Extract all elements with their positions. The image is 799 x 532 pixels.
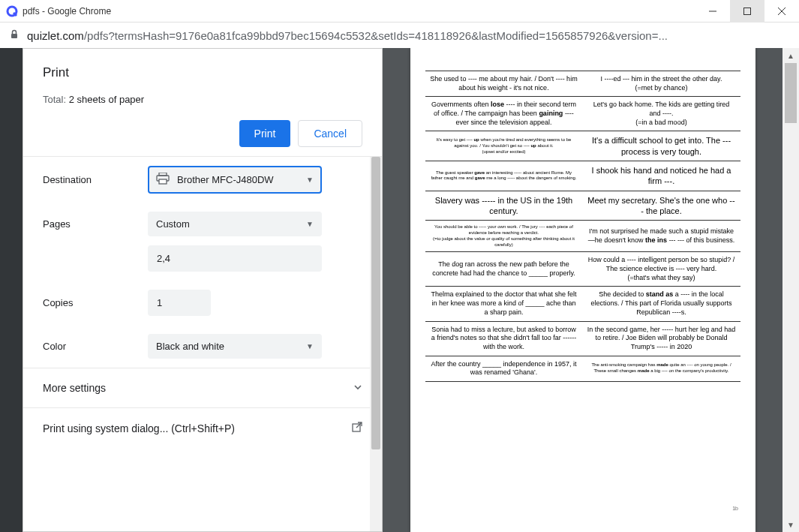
card-term: After the country _____ independence in … — [425, 356, 583, 381]
card-term: I'm not surprised he made such a stupid … — [583, 221, 740, 252]
page-footer: 1b — [732, 506, 738, 511]
lock-icon — [9, 29, 20, 42]
color-label: Color — [43, 341, 148, 352]
window-controls — [695, 0, 799, 23]
card-term: You should be able to ----- your own wor… — [425, 221, 583, 252]
system-dialog-link[interactable]: Print using system dialog... (Ctrl+Shift… — [23, 407, 382, 448]
pages-mode-value: Custom — [156, 218, 190, 230]
scrollbar-thumb[interactable] — [371, 157, 380, 449]
card-term: The anti-smoking campaign has made quite… — [583, 356, 740, 381]
card-term: Governments often lose ---- in their sec… — [425, 97, 583, 131]
card-term: The dog ran across the new path before t… — [425, 252, 583, 287]
window-title: pdfs - Google Chrome — [23, 6, 695, 17]
more-settings-toggle[interactable]: More settings — [23, 368, 382, 407]
pages-mode-select[interactable]: Custom ▼ — [148, 212, 322, 236]
card-term: I shook his hand and noticed he had a fi… — [583, 161, 740, 191]
chevron-down-icon — [353, 382, 362, 394]
chevron-down-icon: ▼ — [306, 176, 314, 184]
card-term: Slavery was ----- in the US in the 19th … — [425, 191, 583, 221]
scroll-up-button[interactable]: ▲ — [782, 48, 799, 63]
print-button[interactable]: Print — [239, 120, 291, 147]
pages-input[interactable] — [148, 245, 322, 272]
card-term: It's a difficult school to get into. The… — [583, 131, 740, 161]
scrollbar-thumb[interactable] — [785, 63, 797, 123]
svg-rect-5 — [11, 34, 17, 38]
pages-label: Pages — [43, 218, 148, 230]
destination-label: Destination — [43, 174, 148, 185]
card-term: Sonia had to miss a lecture, but asked t… — [425, 321, 583, 356]
card-term: She used to ---- me about my hair. / Don… — [425, 71, 583, 97]
printer-icon — [156, 173, 170, 187]
copies-label: Copies — [43, 297, 148, 308]
svg-rect-8 — [159, 179, 167, 184]
destination-select[interactable]: Brother MFC-J480DW ▼ — [148, 166, 322, 194]
print-preview[interactable]: She used to ---- me about my hair. / Don… — [383, 48, 782, 532]
dialog-scrollbar[interactable] — [370, 157, 382, 531]
card-term: How could a ---- intelligent person be s… — [583, 252, 740, 287]
cancel-button[interactable]: Cancel — [298, 120, 362, 147]
quizlet-favicon — [6, 5, 18, 17]
address-bar[interactable]: quizlet.com/pdfs?termsHash=9176e0a81fca9… — [0, 23, 799, 48]
maximize-button[interactable] — [730, 0, 764, 23]
card-term: Let's go back home. The kids are getting… — [583, 97, 740, 131]
content-area: Print Total: 2 sheets of paper Print Can… — [0, 48, 799, 532]
copies-input[interactable] — [148, 290, 211, 316]
svg-rect-2 — [744, 8, 751, 14]
color-value: Black and white — [156, 341, 224, 352]
card-term: Meet my secretary. She's the one who ---… — [583, 191, 740, 221]
close-button[interactable] — [764, 0, 799, 23]
url-text: quizlet.com/pdfs?termsHash=9176e0a81fca9… — [27, 29, 790, 42]
external-link-icon — [352, 422, 362, 434]
main-scrollbar[interactable]: ▲ ▼ — [782, 48, 799, 532]
chevron-down-icon: ▼ — [306, 220, 314, 228]
print-dialog-title: Print — [43, 65, 362, 80]
print-dialog: Print Total: 2 sheets of paper Print Can… — [23, 48, 383, 532]
card-term: It's easy to get ---- up when you're tir… — [425, 131, 583, 161]
destination-value: Brother MFC-J480DW — [177, 174, 274, 185]
card-term: She decided to stand as a ---- in the lo… — [583, 287, 740, 321]
scroll-down-button[interactable]: ▼ — [782, 517, 799, 532]
card-term: I ----ed --- him in the street the other… — [583, 71, 740, 97]
minimize-button[interactable] — [695, 0, 730, 23]
card-term: The guest speaker gave an interesting --… — [425, 161, 583, 191]
window-titlebar: pdfs - Google Chrome — [0, 0, 799, 23]
color-select[interactable]: Black and white ▼ — [148, 334, 322, 359]
card-term: In the second game, her ----- hurt her l… — [583, 321, 740, 356]
card-term: Thelma explained to the doctor that what… — [425, 287, 583, 321]
chevron-down-icon: ▼ — [306, 342, 314, 350]
print-total: Total: 2 sheets of paper — [43, 94, 362, 105]
preview-page: She used to ---- me about my hair. / Don… — [410, 48, 755, 532]
